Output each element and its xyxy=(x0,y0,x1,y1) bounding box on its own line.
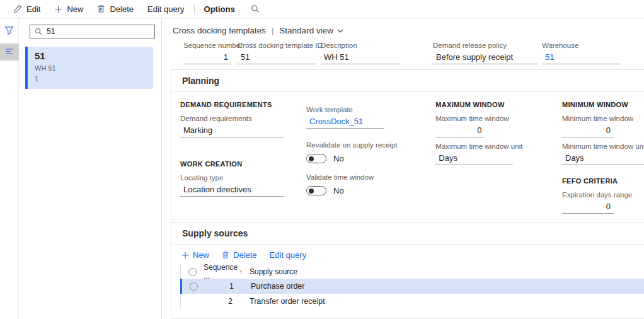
field-min-time-window-unit: Minimum time window unit Days xyxy=(562,142,644,165)
show-list-button[interactable] xyxy=(0,44,19,61)
content-area: 51 WH 51 1 Cross docking templates | Sta… xyxy=(0,18,644,319)
revalidate-value: No xyxy=(333,154,344,163)
supply-source-cell: Purchase order xyxy=(244,282,304,291)
locating-type-input[interactable]: Location directives xyxy=(180,183,284,197)
options-label: Options xyxy=(204,4,235,14)
toggle-knob xyxy=(309,156,314,161)
sequence-column-label: Sequence ... xyxy=(204,263,239,281)
edit-query-button[interactable]: Edit query xyxy=(141,0,192,18)
table-row[interactable]: 1 Purchase order xyxy=(180,279,644,294)
min-time-window-input[interactable]: 0 xyxy=(562,124,614,137)
supply-new-label: New xyxy=(193,250,209,260)
options-menu[interactable]: Options xyxy=(197,0,242,18)
field-min-time-window: Minimum time window 0 xyxy=(562,115,644,137)
sequence-number-input[interactable]: 1 xyxy=(183,51,231,64)
row-select-cell[interactable] xyxy=(181,298,204,306)
planning-col-max-window: MAXIMUM WINDOW Maximum time window 0 Max… xyxy=(435,97,534,219)
plus-icon xyxy=(181,252,189,259)
warehouse-link[interactable]: 51 xyxy=(542,51,621,64)
quick-filter-input[interactable] xyxy=(47,27,150,36)
filter-pane-button[interactable] xyxy=(0,23,19,40)
supply-edit-query-button[interactable]: Edit query xyxy=(270,250,307,260)
edit-query-label: Edit query xyxy=(147,4,185,14)
validate-toggle-row: No xyxy=(306,186,410,195)
toggle-knob xyxy=(309,188,314,194)
trash-icon xyxy=(97,4,105,13)
field-max-time-window: Maximum time window 0 xyxy=(435,115,534,137)
left-icon-rail xyxy=(0,18,19,319)
row-checkbox[interactable] xyxy=(190,282,198,291)
record-fields-row: Sequence number 1 Cross docking template… xyxy=(173,36,644,69)
field-label: Sequence number xyxy=(183,42,231,49)
field-label: Expiration days range xyxy=(562,191,644,199)
field-work-template: Work template CrossDock_51 xyxy=(306,106,410,129)
field-max-time-window-unit: Maximum time window unit Days xyxy=(435,142,534,165)
planning-col-min-window: MINIMUM WINDOW Minimum time window 0 Min… xyxy=(562,97,644,219)
spacer xyxy=(306,165,410,173)
title-separator: | xyxy=(272,26,274,35)
form-main: Cross docking templates | Standard view … xyxy=(162,18,644,319)
command-bar: Edit New Delete Edit query Options xyxy=(0,0,644,18)
filter-icon xyxy=(4,26,14,38)
new-button[interactable]: New xyxy=(47,0,90,18)
planning-section-header[interactable]: Planning xyxy=(171,70,644,92)
view-name: Standard view xyxy=(279,26,333,35)
supply-delete-button[interactable]: Delete xyxy=(222,250,257,260)
max-time-window-unit-input[interactable]: Days xyxy=(435,152,513,165)
view-selector[interactable]: Standard view xyxy=(279,26,343,35)
supply-new-button[interactable]: New xyxy=(181,250,209,260)
revalidate-toggle[interactable] xyxy=(306,154,326,163)
list-item-title: 51 xyxy=(35,50,148,61)
supply-sources-grid: Sequence ... ↑ Supply source 1 Purchase … xyxy=(180,265,644,309)
demand-requirements-input[interactable]: Marking xyxy=(180,124,284,137)
max-time-window-input[interactable]: 0 xyxy=(435,124,485,137)
table-row[interactable]: 2 Transfer order receipt xyxy=(180,294,644,309)
field-label: Warehouse xyxy=(542,42,621,49)
field-label: Demand release policy xyxy=(433,42,537,49)
sequence-cell: 2 xyxy=(204,297,243,306)
validate-time-window-toggle[interactable] xyxy=(306,186,326,195)
quick-filter-box xyxy=(30,25,155,38)
supply-sources-header[interactable]: Supply sources xyxy=(171,223,644,245)
field-demand-release-policy: Demand release policy Before supply rece… xyxy=(433,42,537,64)
toolbar-search-button[interactable] xyxy=(242,0,268,18)
app-root: Edit New Delete Edit query Options xyxy=(0,0,644,319)
group-header-minimum-window: MINIMUM WINDOW xyxy=(562,101,644,108)
list-item-line3: 1 xyxy=(35,74,148,84)
supply-delete-label: Delete xyxy=(233,250,257,260)
work-template-link[interactable]: CrossDock_51 xyxy=(306,115,384,129)
group-header-maximum-window: MAXIMUM WINDOW xyxy=(435,101,534,108)
description-input[interactable]: WH 51 xyxy=(321,51,400,64)
group-header-work-creation: WORK CREATION xyxy=(180,160,284,168)
validate-time-window-label: Validate time window xyxy=(306,173,410,181)
template-id-input[interactable]: 51 xyxy=(238,51,316,64)
edit-button[interactable]: Edit xyxy=(6,0,47,18)
page-title: Cross docking templates xyxy=(173,26,266,35)
delete-button[interactable]: Delete xyxy=(90,0,141,18)
row-select-cell[interactable] xyxy=(182,282,205,291)
field-label: Locating type xyxy=(180,174,284,182)
show-list-icon xyxy=(4,47,14,58)
field-sequence-number: Sequence number 1 xyxy=(183,42,231,64)
plus-icon xyxy=(54,5,62,13)
record-list-item-selected[interactable]: 51 WH 51 1 xyxy=(25,47,153,89)
select-all-cell[interactable] xyxy=(181,268,204,276)
field-label: Cross docking template ID xyxy=(238,42,316,49)
column-header-sequence[interactable]: Sequence ... ↑ xyxy=(204,263,243,281)
demand-release-policy-input[interactable]: Before supply receipt xyxy=(433,51,537,64)
planning-body: DEMAND REQUIREMENTS Demand requirements … xyxy=(171,92,644,219)
select-all-checkbox[interactable] xyxy=(188,268,197,276)
toolbar-divider xyxy=(194,4,195,14)
new-label: New xyxy=(67,4,83,14)
supply-source-cell: Transfer order receipt xyxy=(243,297,325,306)
supply-sources-toolbar: New Delete Edit query xyxy=(171,245,644,265)
min-time-window-unit-input[interactable]: Days xyxy=(562,152,644,165)
chevron-down-icon xyxy=(337,29,343,33)
trash-icon xyxy=(222,251,229,259)
field-label: Work template xyxy=(306,106,410,113)
edit-label: Edit xyxy=(26,4,40,14)
list-item-line2: WH 51 xyxy=(35,63,148,74)
grid-header-row: Sequence ... ↑ Supply source xyxy=(180,265,644,279)
column-header-supply-source[interactable]: Supply source xyxy=(243,267,297,276)
expiration-days-range-input[interactable]: 0 xyxy=(562,200,614,214)
